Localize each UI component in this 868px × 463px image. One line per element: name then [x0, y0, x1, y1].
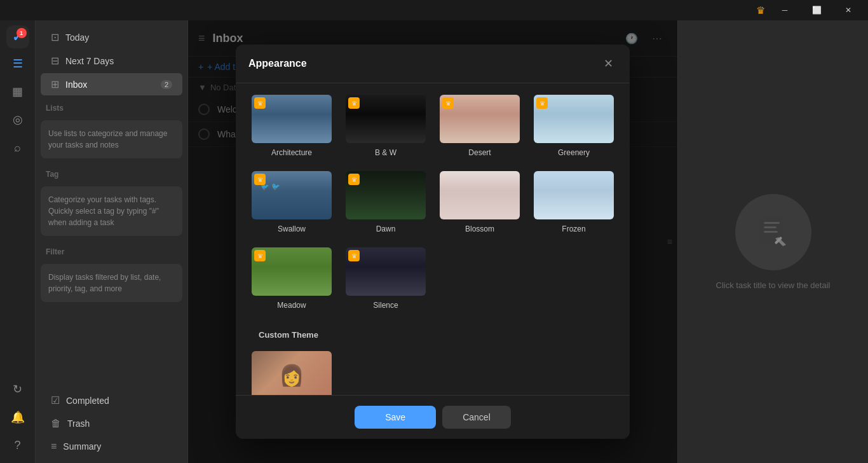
sidebar-refresh-button[interactable]: ↻: [5, 377, 31, 402]
detail-hint-text: Click task title to view the detail: [703, 280, 843, 290]
modal-footer: Save Cancel: [236, 395, 630, 439]
sidebar-item-inbox[interactable]: ⊞ Inbox 2: [41, 73, 182, 95]
theme-preview-silence[interactable]: ♛: [344, 246, 427, 297]
premium-badge-meadow: ♛: [254, 250, 266, 261]
theme-preview-blossom[interactable]: [438, 170, 521, 221]
theme-label-swallow: Swallow: [278, 225, 306, 233]
today-icon: ⊡: [51, 31, 59, 43]
theme-dawn[interactable]: ♛ Dawn: [342, 170, 429, 233]
sidebar-item-completed[interactable]: ☑ Completed: [41, 389, 182, 411]
filter-placeholder-card: Display tasks filtered by list, date, pr…: [41, 264, 182, 302]
theme-label-greenery: Greenery: [558, 148, 590, 157]
theme-label-dawn: Dawn: [376, 225, 396, 233]
completed-icon: ☑: [51, 394, 60, 406]
modal-overlay[interactable]: Appearance ✕ ♛ Architecture: [188, 20, 677, 463]
theme-label-desert: Desert: [468, 148, 491, 157]
next7days-icon: ⊟: [51, 55, 59, 67]
theme-silence[interactable]: ♛ Silence: [342, 246, 429, 310]
sidebar-tasks-icon[interactable]: ☰: [5, 51, 31, 76]
detail-panel: Click task title to view the detail: [677, 20, 868, 463]
theme-grid-row3: ♛ Meadow ♛ Silence: [248, 246, 617, 310]
modal-header: Appearance ✕: [236, 45, 630, 83]
app-container: ✓ 1 ☰ ▦ ◎ ⌕ ↻ 🔔 ? ⊡ Today ⊟: [0, 0, 868, 463]
inbox-badge: 2: [161, 80, 172, 89]
app-logo-button[interactable]: ✓ 1: [6, 25, 29, 48]
sidebar-calendar-icon[interactable]: ▦: [5, 79, 31, 104]
theme-greenery[interactable]: ♛ Greenery: [531, 93, 617, 157]
sidebar-help-button[interactable]: ?: [5, 432, 31, 458]
detail-placeholder-icon: [735, 194, 811, 270]
theme-bw[interactable]: ♛ B & W: [342, 93, 429, 157]
theme-frozen[interactable]: Frozen: [531, 170, 617, 233]
sidebar-item-next7days[interactable]: ⊟ Next 7 Days: [41, 50, 182, 72]
modal-close-button[interactable]: ✕: [599, 55, 617, 73]
bell-icon: 🔔: [11, 410, 25, 424]
modal-body: ♛ Architecture ♛ B & W: [236, 83, 630, 439]
theme-preview-frozen[interactable]: [532, 170, 615, 221]
sidebar-item-summary-label: Summary: [63, 441, 101, 452]
crown-icon: ♛: [756, 4, 765, 17]
minimize-button[interactable]: ─: [770, 0, 799, 20]
theme-preview-meadow[interactable]: ♛: [250, 246, 333, 297]
theme-label-silence: Silence: [373, 301, 398, 310]
modal-title: Appearance: [248, 58, 307, 69]
theme-desert[interactable]: ♛ Desert: [437, 93, 523, 157]
sidebar-item-trash[interactable]: 🗑 Trash: [41, 413, 182, 434]
content-area: ≡ Inbox 🕐 ⋯ + + Add t ≡ ▼ No Date: [188, 20, 677, 463]
maximize-button[interactable]: ⬜: [802, 0, 831, 20]
icon-sidebar: ✓ 1 ☰ ▦ ◎ ⌕ ↻ 🔔 ?: [0, 20, 36, 463]
premium-badge-silence: ♛: [348, 250, 360, 261]
habits-icon: ◎: [13, 113, 23, 127]
premium-badge-bw: ♛: [348, 97, 360, 109]
custom-theme-grid: 👩: [248, 350, 617, 401]
sidebar-item-today-label: Today: [65, 32, 89, 43]
svg-rect-1: [764, 222, 780, 224]
theme-label-blossom: Blossom: [465, 225, 494, 233]
svg-rect-3: [764, 231, 778, 233]
save-button[interactable]: Save: [355, 406, 436, 429]
search-icon: ⌕: [14, 141, 21, 155]
theme-preview-architecture[interactable]: ♛: [250, 93, 333, 144]
theme-label-architecture: Architecture: [271, 148, 312, 157]
document-cursor-icon: [754, 213, 792, 251]
main-sidebar: ⊡ Today ⊟ Next 7 Days ⊞ Inbox 2 Lists Us…: [36, 20, 188, 463]
sidebar-search-icon-btn[interactable]: ⌕: [5, 135, 31, 160]
summary-icon: ≡: [51, 441, 57, 452]
sidebar-item-trash-label: Trash: [67, 418, 90, 429]
sidebar-item-today[interactable]: ⊡ Today: [41, 26, 182, 48]
premium-badge-swallow: ♛: [254, 174, 266, 185]
notification-badge: 1: [17, 28, 27, 38]
theme-architecture[interactable]: ♛ Architecture: [248, 93, 335, 157]
sidebar-item-completed-label: Completed: [66, 396, 109, 406]
theme-blossom[interactable]: Blossom: [437, 170, 523, 233]
help-icon: ?: [14, 439, 20, 452]
theme-preview-bw[interactable]: ♛: [344, 93, 427, 144]
theme-preview-dawn[interactable]: ♛: [344, 170, 427, 221]
theme-preview-swallow[interactable]: ♛ 🐦 🐦: [250, 170, 333, 221]
sidebar-habits-icon[interactable]: ◎: [5, 107, 31, 132]
custom-theme-item[interactable]: 👩: [248, 350, 335, 401]
cancel-button[interactable]: Cancel: [442, 406, 511, 429]
lists-placeholder-card: Use lists to categorize and manage your …: [41, 120, 182, 158]
theme-preview-desert[interactable]: ♛: [438, 93, 521, 144]
sidebar-bell-button[interactable]: 🔔: [5, 404, 31, 430]
premium-badge-desert: ♛: [442, 97, 454, 109]
custom-theme-preview[interactable]: 👩: [250, 350, 333, 401]
sidebar-item-next7days-label: Next 7 Days: [65, 56, 114, 66]
lists-section-title: Lists: [36, 96, 187, 116]
inbox-icon: ⊞: [51, 78, 59, 90]
premium-badge-dawn: ♛: [348, 174, 360, 185]
theme-preview-greenery[interactable]: ♛: [532, 93, 615, 144]
premium-badge-architecture: ♛: [254, 97, 266, 109]
custom-theme-face-icon: 👩: [279, 363, 304, 387]
titlebar: ♛ ─ ⬜ ✕: [0, 0, 868, 20]
theme-grid-row2: ♛ 🐦 🐦 Swallow ♛: [248, 170, 617, 233]
theme-swallow[interactable]: ♛ 🐦 🐦 Swallow: [248, 170, 335, 233]
premium-badge-greenery: ♛: [536, 97, 548, 109]
custom-theme-title: Custom Theme: [248, 322, 617, 343]
tasks-icon: ☰: [13, 57, 23, 71]
close-button[interactable]: ✕: [834, 0, 863, 20]
filter-section-title: Filter: [36, 240, 187, 260]
sidebar-item-summary[interactable]: ≡ Summary: [41, 436, 182, 457]
theme-meadow[interactable]: ♛ Meadow: [248, 246, 335, 310]
